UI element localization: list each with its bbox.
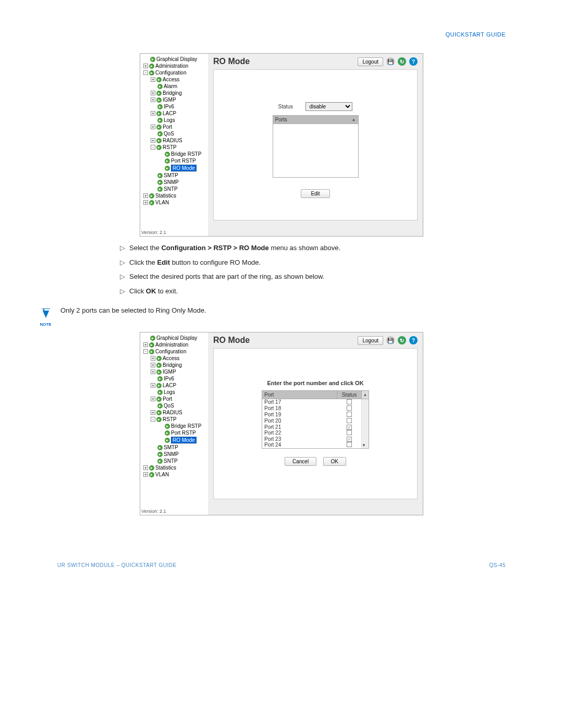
tree-label[interactable]: Graphical Display — [156, 335, 197, 341]
tree-label[interactable]: Configuration — [155, 70, 186, 76]
tree-label[interactable]: Administration — [155, 63, 188, 69]
port-checkbox[interactable] — [347, 430, 352, 435]
tree-label[interactable]: Configuration — [155, 349, 186, 354]
tree-expander-icon[interactable]: + — [143, 472, 148, 477]
port-checkbox[interactable]: ✓ — [347, 425, 352, 430]
tree-label[interactable]: VLAN — [155, 200, 169, 205]
refresh-icon[interactable]: ↻ — [398, 336, 406, 344]
port-checkbox[interactable] — [347, 412, 352, 417]
port-row[interactable]: Port 23✓ — [262, 436, 369, 442]
tree-label[interactable]: Bridging — [163, 90, 182, 96]
tree-label[interactable]: Port — [163, 396, 172, 402]
tree-item[interactable]: ▸Graphical Display — [141, 56, 206, 63]
tree-item[interactable]: +▸Access — [141, 355, 206, 362]
tree-expander-icon[interactable]: + — [151, 369, 155, 374]
tree-item[interactable]: ▸Alarm — [141, 83, 206, 90]
tree-item[interactable]: ▸Logs — [141, 117, 206, 124]
tree-label[interactable]: RADIUS — [163, 138, 182, 143]
tree-item[interactable]: +▸Port — [141, 124, 206, 130]
tree-item[interactable]: ▸SMTP — [141, 444, 206, 451]
tree-item[interactable]: -▸RSTP — [141, 144, 206, 151]
tree-item[interactable]: ▸SNTP — [141, 186, 206, 192]
tree-item[interactable]: ▸SNTP — [141, 458, 206, 464]
tree-item[interactable]: +▸RADIUS — [141, 137, 206, 144]
tree-label[interactable]: RSTP — [163, 144, 177, 150]
status-select[interactable]: disable — [305, 102, 352, 111]
tree-label[interactable]: LACP — [163, 382, 176, 388]
tree-expander-icon[interactable]: + — [143, 200, 148, 205]
tree-expander-icon[interactable]: + — [151, 97, 155, 102]
tree-item[interactable]: +▸Statistics — [141, 192, 206, 199]
tree-item[interactable]: -▸RSTP — [141, 416, 206, 423]
tree-item[interactable]: +▸VLAN — [141, 199, 206, 206]
tree-item[interactable]: ▸IPv6 — [141, 103, 206, 110]
tree-expander-icon[interactable]: + — [151, 77, 155, 82]
tree-label[interactable]: SNMP — [164, 179, 179, 185]
tree-item[interactable]: ▸QoS — [141, 130, 206, 137]
tree-label[interactable]: RO Mode — [171, 165, 197, 171]
port-row[interactable]: Port 22 — [262, 430, 369, 436]
tree-expander-icon[interactable]: + — [143, 342, 148, 347]
tree-item[interactable]: -▸Configuration — [141, 348, 206, 355]
tree-label[interactable]: Bridging — [163, 362, 182, 368]
save-icon[interactable]: 💾 — [386, 57, 395, 66]
tree-item[interactable]: ▸QoS — [141, 402, 206, 409]
tree-item[interactable]: ▸Port RSTP — [141, 429, 206, 436]
tree-label[interactable]: VLAN — [155, 472, 169, 477]
tree-item[interactable]: ▸Bridge RSTP — [141, 423, 206, 429]
tree-label[interactable]: Logs — [164, 389, 175, 395]
port-row[interactable]: Port 17 — [262, 399, 369, 405]
tree-item[interactable]: +▸Administration — [141, 63, 206, 69]
tree-expander-icon[interactable]: + — [151, 397, 155, 401]
tree-item[interactable]: +▸Statistics — [141, 464, 206, 471]
scroll-up-icon[interactable]: ▲ — [352, 117, 356, 122]
help-icon[interactable]: ? — [409, 336, 418, 344]
port-checkbox[interactable]: ✓ — [347, 437, 352, 442]
tree-label[interactable]: Bridge RSTP — [171, 151, 201, 157]
tree-item[interactable]: +▸VLAN — [141, 471, 206, 478]
tree-label[interactable]: QoS — [164, 131, 174, 137]
tree-item[interactable]: ▸Graphical Display — [141, 335, 206, 341]
tree-item[interactable]: +▸IGMP — [141, 96, 206, 103]
save-icon[interactable]: 💾 — [386, 336, 395, 344]
logout-button[interactable]: Logout — [358, 336, 383, 345]
tree-expander-icon[interactable]: - — [151, 417, 155, 422]
tree-label[interactable]: Logs — [164, 117, 175, 123]
port-row[interactable]: Port 19 — [262, 412, 369, 418]
tree-label[interactable]: Access — [163, 355, 179, 361]
tree-expander-icon[interactable]: + — [151, 410, 155, 415]
tree-expander-icon[interactable]: - — [143, 349, 148, 354]
tree-label[interactable]: SNTP — [164, 458, 178, 464]
tree-label[interactable]: Alarm — [164, 83, 177, 89]
tree-label[interactable]: IPv6 — [164, 376, 174, 381]
port-row[interactable]: Port 21✓ — [262, 424, 369, 430]
port-checkbox[interactable] — [347, 405, 352, 411]
tree-label[interactable]: IPv6 — [164, 104, 174, 109]
tree-item[interactable]: +▸Port — [141, 396, 206, 402]
edit-button[interactable]: Edit — [301, 189, 329, 198]
tree-item[interactable]: +▸IGMP — [141, 368, 206, 375]
tree-item[interactable]: ▸RO Mode — [141, 164, 206, 172]
tree-label[interactable]: RADIUS — [163, 410, 182, 415]
tree-item[interactable]: ▸SNMP — [141, 451, 206, 458]
logout-button[interactable]: Logout — [358, 57, 383, 66]
tree-label[interactable]: SNTP — [164, 186, 178, 192]
tree-label[interactable]: Port — [163, 124, 172, 130]
tree-item[interactable]: ▸IPv6 — [141, 375, 206, 382]
tree-label[interactable]: SMTP — [164, 445, 178, 450]
tree-item[interactable]: +▸Bridging — [141, 362, 206, 368]
tree-label[interactable]: Administration — [155, 342, 188, 348]
port-row[interactable]: Port 20 — [262, 418, 369, 424]
tree-expander-icon[interactable]: + — [151, 91, 155, 95]
tree-item[interactable]: ▸SNMP — [141, 179, 206, 186]
tree-label[interactable]: IGMP — [163, 97, 176, 103]
tree-expander-icon[interactable]: + — [151, 356, 155, 361]
tree-item[interactable]: +▸RADIUS — [141, 409, 206, 416]
tree-expander-icon[interactable]: - — [151, 145, 155, 150]
tree-item[interactable]: ▸Port RSTP — [141, 157, 206, 164]
tree-expander-icon[interactable]: + — [143, 64, 148, 68]
tree-item[interactable]: ▸RO Mode — [141, 436, 206, 444]
scroll-down-icon[interactable]: ▼ — [362, 443, 366, 448]
tree-label[interactable]: Statistics — [155, 465, 176, 471]
tree-expander-icon[interactable]: + — [143, 193, 148, 198]
